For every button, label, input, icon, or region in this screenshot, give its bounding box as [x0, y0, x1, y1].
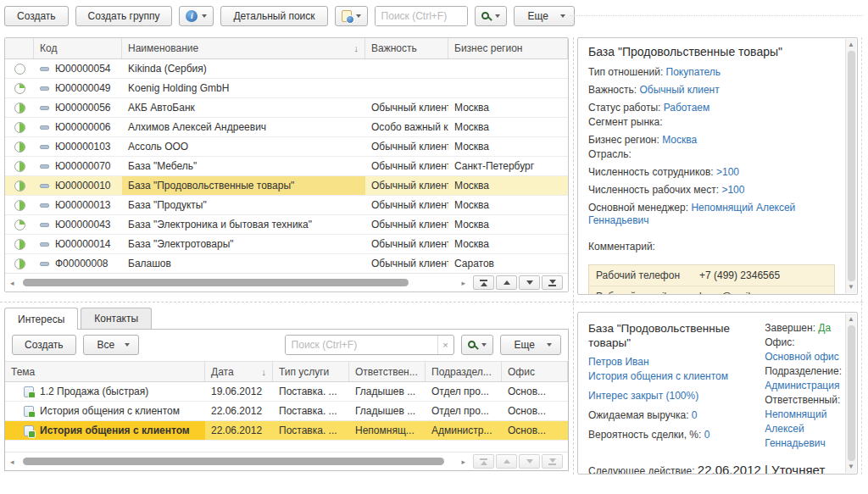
row-navigation — [473, 275, 563, 290]
vertical-scroll-thumb[interactable] — [848, 51, 855, 281]
service-column-header[interactable]: Тип услуги — [273, 362, 349, 381]
create-button[interactable]: Создать — [4, 6, 69, 26]
client-activity-icon — [14, 161, 25, 172]
interest-panel-scrollbar[interactable]: ▲ ▼ — [845, 314, 856, 473]
filter-all-button[interactable]: Все — [83, 335, 140, 355]
deal-probability-link[interactable]: 0 — [704, 429, 710, 441]
go-previous-row-button[interactable] — [496, 454, 517, 469]
bottom-tabs: Интересы Контакты — [4, 308, 152, 329]
scroll-down-icon[interactable]: ▼ — [848, 463, 854, 471]
create-group-button[interactable]: Создать группу — [75, 6, 173, 26]
create-interest-button[interactable]: Создать — [12, 335, 76, 355]
code-column-header[interactable]: Код — [34, 38, 122, 58]
theme-column-header[interactable]: Тема — [5, 362, 205, 381]
contact-info-table: Рабочий телефон +7 (499) 2346565 Рабочий… — [588, 264, 835, 294]
client-row[interactable]: Ю00000070 База "Мебель" Обычный клиент С… — [5, 157, 568, 176]
expected-revenue-link[interactable]: 0 — [692, 409, 698, 421]
scroll-right-icon[interactable]: ▸ — [461, 458, 465, 466]
scroll-up-icon[interactable]: ▲ — [848, 315, 854, 324]
client-name: База "Мебель" — [122, 160, 365, 172]
interest-state-link[interactable]: Интерес закрыт (100%) — [588, 390, 698, 402]
interest-client-link[interactable]: Петров Иван — [588, 356, 649, 368]
interests-more-button[interactable]: Еще — [500, 335, 561, 355]
detailed-search-button[interactable]: Детальный поиск — [220, 6, 327, 26]
horizontal-splitter[interactable] — [0, 302, 863, 303]
region-column-header[interactable]: Бизнес регион — [448, 38, 568, 58]
interests-search-dropdown-button[interactable] — [461, 335, 493, 355]
client-row[interactable]: Ю00000054 Kikinda (Сербия) — [5, 59, 568, 79]
vertical-scroll-thumb[interactable] — [848, 325, 855, 461]
go-first-row-button[interactable] — [473, 275, 494, 290]
go-next-row-button[interactable] — [519, 454, 540, 469]
client-row[interactable]: Ю00000013 База "Продукты" Обычный клиент… — [5, 196, 568, 215]
toolbar-separator — [570, 15, 863, 16]
client-row[interactable]: Ю00000014 База "Электротовары" Обычный к… — [5, 235, 568, 254]
vertical-splitter[interactable] — [573, 37, 574, 475]
client-panel-scrollbar[interactable]: ▲ ▼ — [845, 39, 856, 293]
scroll-down-icon[interactable]: ▼ — [848, 283, 854, 291]
search-dropdown-button[interactable] — [475, 6, 507, 26]
client-row-selected[interactable]: Ю00000010 База "Продовольственные товары… — [5, 176, 568, 196]
client-row[interactable]: Ю00000049 Koenig Holding GmbH — [5, 79, 568, 98]
sort-desc-icon: ↓ — [262, 367, 267, 377]
client-row[interactable]: Ю00000103 Ассоль ООО Обычный клиент Моск… — [5, 137, 568, 157]
client-row[interactable]: Ю00000043 База "Электроника и бытовая те… — [5, 215, 568, 235]
department-column-header[interactable]: Подраздел... — [426, 362, 502, 381]
interest-row[interactable]: 1.2 Продажа (быстрая) 19.06.2012 Поставк… — [5, 382, 568, 402]
office-link[interactable]: Основной офис — [765, 351, 839, 363]
importance-column-header[interactable]: Важность — [365, 38, 448, 58]
search-input[interactable] — [376, 7, 468, 25]
create-on-base-dropdown-button[interactable] — [335, 6, 368, 26]
name-column-header[interactable]: Наименование↓ — [122, 38, 365, 58]
tab-interests[interactable]: Интересы — [4, 308, 78, 330]
workplaces-count-link[interactable]: >100 — [721, 184, 744, 196]
scroll-left-icon[interactable]: ◂ — [10, 458, 14, 466]
go-last-row-button[interactable] — [542, 275, 563, 290]
go-next-row-button[interactable] — [519, 275, 540, 290]
relation-type-link[interactable]: Покупатель — [666, 66, 721, 78]
info-icon: i — [186, 10, 198, 22]
dossier-dropdown-button[interactable]: i — [179, 6, 214, 26]
responsible-link[interactable]: Непомнящий Алексей Геннадьевич — [765, 408, 826, 449]
date-column-header[interactable]: Дата↓ — [205, 362, 273, 381]
scroll-left-icon[interactable]: ◂ — [10, 279, 14, 287]
status-column-header[interactable] — [5, 38, 34, 58]
business-region-link[interactable]: Москва — [662, 134, 697, 146]
horizontal-scroll-track[interactable] — [19, 277, 458, 288]
interests-search-input[interactable] — [286, 336, 437, 354]
client-importance: Обычный клиент — [365, 199, 448, 211]
responsible-column-header[interactable]: Ответствен... — [349, 362, 426, 381]
client-code: Ю00000013 — [55, 199, 111, 211]
interest-panel-title: База "Продовольственные товары" — [588, 321, 754, 350]
clear-search-button[interactable]: × — [437, 336, 453, 354]
sort-desc-icon: ↓ — [354, 43, 359, 53]
interest-theme-link[interactable]: История общения с клиентом — [588, 370, 728, 382]
go-last-row-button[interactable] — [542, 454, 563, 469]
office-column-header[interactable]: Офис — [502, 362, 568, 381]
scroll-right-icon[interactable]: ▸ — [461, 279, 465, 287]
interest-responsible: Гладышев ... — [349, 405, 426, 417]
employees-count-link[interactable]: >100 — [716, 166, 739, 178]
client-name: Алхимов Алексей Андреевич — [122, 121, 365, 133]
client-row[interactable]: Ю00000056 АКБ АвтоБанк Обычный клиент Мо… — [5, 98, 568, 118]
interest-row-selected[interactable]: История общения с клиентом 22.06.2012 По… — [5, 421, 568, 441]
horizontal-scroll-track[interactable] — [19, 456, 458, 467]
go-first-row-button[interactable] — [473, 454, 494, 469]
client-code: Ю00000010 — [55, 180, 111, 191]
importance-link[interactable]: Обычный клиент — [639, 84, 719, 96]
client-name: Ассоль ООО — [122, 141, 365, 153]
link-state-icon — [40, 86, 49, 91]
horizontal-scroll-thumb[interactable] — [23, 458, 444, 465]
work-status-link[interactable]: Работаем — [664, 102, 710, 114]
more-button[interactable]: Еще — [514, 6, 575, 26]
go-previous-row-button[interactable] — [496, 275, 517, 290]
interest-row[interactable]: История общения с клиентом 22.06.2012 По… — [5, 402, 568, 421]
interest-service: Поставка. ... — [273, 386, 349, 397]
horizontal-scroll-thumb[interactable] — [23, 279, 409, 286]
client-row[interactable]: Ф00000008 Балашов Обычный клиент Саратов — [5, 254, 568, 274]
link-state-icon — [40, 184, 49, 188]
scroll-up-icon[interactable]: ▲ — [848, 41, 854, 49]
department-link[interactable]: Администрация — [765, 380, 839, 391]
client-row[interactable]: Ю00000006 Алхимов Алексей Андреевич Особ… — [5, 118, 568, 137]
tab-contacts[interactable]: Контакты — [81, 308, 152, 329]
